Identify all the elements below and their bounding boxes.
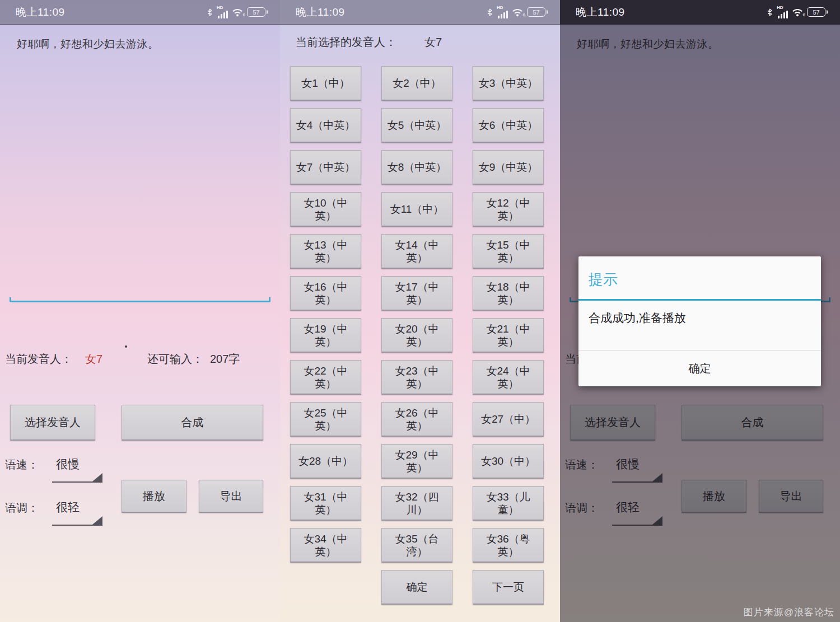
bluetooth-icon [206, 7, 214, 17]
composite-screenshot: 晚上11:09 HD 6 57 好耶啊，好想和少妇去游泳。 当前发音人： [0, 0, 840, 622]
wifi-icon: 6 [792, 8, 803, 17]
current-voice-value: 女7 [85, 352, 102, 367]
tts-input-text[interactable]: 好耶啊，好想和少妇去游泳。 [17, 37, 159, 52]
voice-button[interactable]: 女18（中英） [473, 276, 544, 311]
panel-editor: 晚上11:09 HD 6 57 好耶啊，好想和少妇去游泳。 当前发音人： [0, 0, 280, 622]
text-input-underline[interactable] [10, 301, 270, 302]
bluetooth-icon [486, 7, 494, 17]
voice-button[interactable]: 女16（中英） [290, 276, 361, 311]
dialog-title: 提示 [589, 270, 618, 289]
voice-button[interactable]: 女25（中英） [290, 402, 361, 437]
panel-voice-picker: 晚上11:09 HD 6 57 当前选择的发音人：女7 女1（中） [280, 0, 560, 622]
voice-button[interactable]: 女19（中英） [290, 318, 361, 353]
voice-button[interactable]: 女11（中） [381, 192, 452, 227]
voice-button[interactable]: 女3（中英） [473, 66, 544, 101]
voice-button[interactable]: 女5（中英） [381, 108, 452, 143]
voice-button[interactable]: 女14（中英） [381, 234, 452, 269]
voice-button[interactable]: 女28（中） [290, 444, 361, 479]
dialog-title-divider [578, 299, 821, 301]
status-icons: HD 6 57 [486, 6, 548, 18]
dialog-message: 合成成功,准备播放 [589, 310, 686, 326]
status-bar: 晚上11:09 HD 6 57 [280, 0, 560, 25]
voice-button[interactable]: 女13（中英） [290, 234, 361, 269]
status-icons: HD 6 57 [206, 6, 268, 18]
voice-button[interactable]: 女26（中英） [381, 402, 452, 437]
speed-spinner[interactable] [52, 481, 102, 483]
stray-dot [125, 345, 127, 348]
clock: 晚上11:09 [16, 5, 65, 20]
status-icons: HD 6 57 [766, 6, 828, 18]
alert-dialog: 提示 合成成功,准备播放 确定 [578, 256, 821, 386]
voice-button[interactable]: 女27（中） [473, 402, 544, 437]
voice-button[interactable]: 女30（中） [473, 444, 544, 479]
status-bar: 晚上11:09 HD 6 57 [560, 0, 840, 25]
voice-button[interactable]: 女32（四川） [381, 486, 452, 521]
choose-voice-button[interactable]: 选择发音人 [10, 405, 95, 441]
pitch-value: 很轻 [56, 499, 80, 515]
voice-button[interactable]: 女8（中英） [381, 150, 452, 185]
battery-icon: 57 [247, 7, 268, 17]
play-button[interactable]: 播放 [122, 480, 186, 513]
grid-empty-cell [290, 570, 361, 605]
picker-header-label: 当前选择的发音人： [296, 36, 396, 48]
current-voice-label: 当前发音人： [5, 352, 72, 367]
voice-button[interactable]: 女23（中英） [381, 360, 452, 395]
wifi-icon: 6 [512, 8, 523, 17]
voice-button[interactable]: 女20（中英） [381, 318, 452, 353]
voice-grid: 女1（中） 女2（中） 女3（中英） 女4（中英） 女5（中英） 女6（中英） … [290, 66, 544, 605]
remaining-label: 还可输入： [147, 352, 203, 367]
battery-icon: 57 [807, 7, 828, 17]
voice-button[interactable]: 女17（中英） [381, 276, 452, 311]
picker-header: 当前选择的发音人：女7 [296, 35, 442, 50]
synthesize-button[interactable]: 合成 [122, 405, 263, 441]
speed-value: 很慢 [56, 456, 80, 472]
voice-button[interactable]: 女12（中英） [473, 192, 544, 227]
voice-button[interactable]: 女36（粤英） [473, 528, 544, 563]
wifi-icon: 6 [232, 8, 243, 17]
voice-button[interactable]: 女33（儿童） [473, 486, 544, 521]
voice-button[interactable]: 女24（中英） [473, 360, 544, 395]
voice-button[interactable]: 女9（中英） [473, 150, 544, 185]
voice-button[interactable]: 女22（中英） [290, 360, 361, 395]
panel-dialog: 晚上11:09 HD 6 57 好耶啊，好想和少妇去游泳。 当前发音人： [560, 0, 840, 622]
editor-meta-row: 当前发音人： 女7 还可输入： 207字 [0, 352, 280, 367]
remaining-count: 207字 [210, 352, 240, 367]
pitch-label: 语调： [5, 501, 39, 516]
picker-confirm-button[interactable]: 确定 [381, 570, 452, 605]
clock: 晚上11:09 [296, 5, 345, 20]
bluetooth-icon [766, 7, 774, 17]
voice-button[interactable]: 女2（中） [381, 66, 452, 101]
voice-button[interactable]: 女34（中英） [290, 528, 361, 563]
dialog-ok-button[interactable]: 确定 [578, 350, 821, 386]
voice-button[interactable]: 女21（中英） [473, 318, 544, 353]
voice-button[interactable]: 女31（中英） [290, 486, 361, 521]
signal-icon: HD [218, 6, 228, 18]
voice-button[interactable]: 女7（中英） [290, 150, 361, 185]
voice-button[interactable]: 女1（中） [290, 66, 361, 101]
voice-button[interactable]: 女35（台湾） [381, 528, 452, 563]
picker-next-page-button[interactable]: 下一页 [473, 570, 544, 605]
watermark: 图片来源@浪客论坛 [744, 606, 834, 619]
signal-icon: HD [498, 6, 508, 18]
export-button[interactable]: 导出 [199, 480, 263, 513]
voice-button[interactable]: 女6（中英） [473, 108, 544, 143]
picker-header-value: 女7 [424, 36, 442, 48]
voice-button[interactable]: 女10（中英） [290, 192, 361, 227]
pitch-spinner[interactable] [52, 525, 102, 526]
speed-label: 语速： [5, 457, 39, 473]
voice-button[interactable]: 女4（中英） [290, 108, 361, 143]
voice-button[interactable]: 女15（中英） [473, 234, 544, 269]
battery-icon: 57 [527, 7, 548, 17]
status-bar: 晚上11:09 HD 6 57 [0, 0, 280, 25]
clock: 晚上11:09 [576, 5, 625, 20]
volte-hd-label: HD [217, 5, 223, 10]
signal-icon: HD [778, 6, 788, 18]
voice-button[interactable]: 女29（中英） [381, 444, 452, 479]
